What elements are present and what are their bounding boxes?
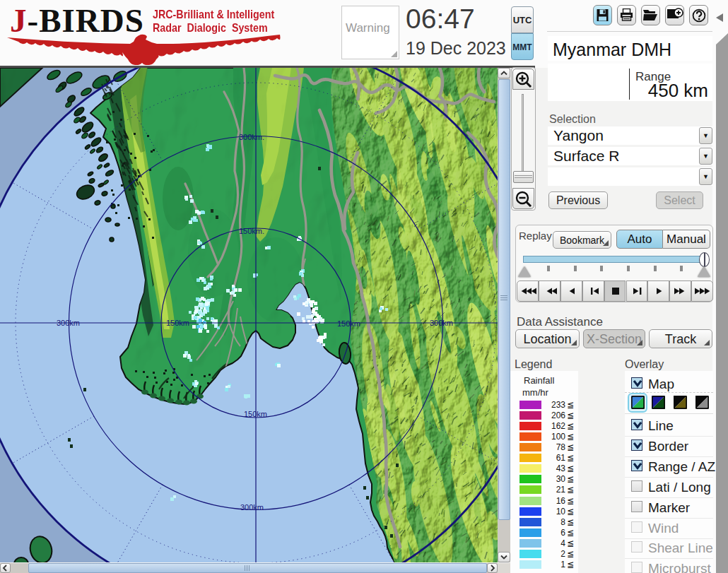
svg-text:150km: 150km [166, 319, 189, 327]
svg-text:300km: 300km [240, 503, 264, 512]
svg-text:300km: 300km [430, 319, 453, 327]
svg-text:150km.: 150km. [239, 227, 264, 235]
svg-text:300km.: 300km. [239, 133, 264, 141]
svg-text:150km: 150km [337, 319, 360, 328]
svg-text:150km: 150km [244, 410, 267, 418]
svg-text:300km: 300km [57, 319, 80, 327]
